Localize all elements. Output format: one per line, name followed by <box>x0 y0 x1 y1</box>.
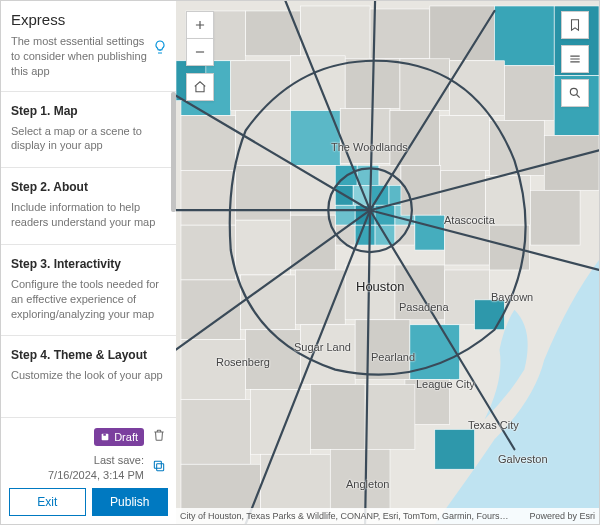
svg-rect-51 <box>530 190 580 245</box>
last-save-label: Last save: <box>48 453 144 467</box>
svg-rect-60 <box>295 270 345 325</box>
svg-rect-55 <box>415 215 445 250</box>
svg-rect-1 <box>103 434 106 436</box>
save-row: Draft Last save: 7/16/2024, 3:14 PM <box>9 426 168 482</box>
svg-rect-15 <box>231 61 291 111</box>
svg-rect-53 <box>236 220 291 275</box>
lightbulb-icon[interactable] <box>152 39 168 55</box>
attribution-sources: City of Houston, Texas Parks & Wildlife,… <box>180 511 523 521</box>
step-about[interactable]: Step 2. About Include information to hel… <box>1 168 176 245</box>
svg-rect-22 <box>181 116 236 171</box>
svg-rect-69 <box>410 325 460 380</box>
svg-rect-77 <box>330 449 390 509</box>
sidebar-header: Express The most essential settings to c… <box>1 1 176 91</box>
svg-rect-78 <box>435 429 475 469</box>
svg-rect-76 <box>261 454 331 514</box>
svg-rect-35 <box>379 165 401 185</box>
svg-rect-72 <box>251 390 311 455</box>
step-title: Step 3. Interactivity <box>11 257 166 271</box>
svg-rect-9 <box>370 9 430 59</box>
draft-badge[interactable]: Draft <box>94 428 144 446</box>
map-pane[interactable]: The Woodlands Atascocita Houston Pasaden… <box>176 1 599 524</box>
step-map[interactable]: Step 1. Map Select a map or a scene to d… <box>1 92 176 169</box>
map-attribution: City of Houston, Texas Parks & Wildlife,… <box>176 508 599 524</box>
step-desc: Include information to help readers unde… <box>11 200 166 230</box>
last-save-value: 7/16/2024, 3:14 PM <box>48 468 144 482</box>
step-desc: Select a map or a scene to display in yo… <box>11 124 166 154</box>
home-button[interactable] <box>186 73 214 101</box>
menu-button[interactable] <box>561 45 589 73</box>
svg-rect-49 <box>441 170 486 220</box>
sidebar-subtitle: The most essential settings to consider … <box>11 34 166 79</box>
svg-rect-31 <box>236 165 291 220</box>
step-desc: Customize the look of your app <box>11 368 166 383</box>
sidebar-title: Express <box>11 11 166 28</box>
bookmark-button[interactable] <box>561 11 589 39</box>
svg-rect-10 <box>430 6 495 61</box>
map-canvas <box>176 1 599 524</box>
svg-rect-64 <box>475 300 505 330</box>
svg-rect-30 <box>181 170 236 225</box>
svg-point-80 <box>570 88 577 95</box>
step-theme-layout[interactable]: Step 4. Theme & Layout Customize the loo… <box>1 336 176 397</box>
svg-rect-11 <box>494 6 554 66</box>
svg-rect-2 <box>157 464 164 471</box>
step-interactivity[interactable]: Step 3. Interactivity Configure the tool… <box>1 245 176 337</box>
step-title: Step 1. Map <box>11 104 166 118</box>
steps-list[interactable]: Step 1. Map Select a map or a scene to d… <box>1 91 176 418</box>
svg-rect-67 <box>300 325 355 385</box>
svg-rect-56 <box>445 220 490 265</box>
sidebar-footer: Draft Last save: 7/16/2024, 3:14 PM Exit… <box>1 417 176 524</box>
search-button[interactable] <box>561 79 589 107</box>
svg-rect-66 <box>246 330 301 390</box>
svg-rect-20 <box>504 66 554 121</box>
copy-button[interactable] <box>150 457 168 478</box>
draft-label: Draft <box>114 431 138 443</box>
svg-rect-27 <box>440 116 490 171</box>
svg-rect-73 <box>310 385 365 450</box>
exit-button[interactable]: Exit <box>9 488 86 516</box>
step-title: Step 4. Theme & Layout <box>11 348 166 362</box>
attribution-powered-by: Powered by Esri <box>529 511 595 521</box>
svg-rect-68 <box>355 320 410 380</box>
svg-rect-65 <box>181 340 246 400</box>
svg-rect-52 <box>181 225 236 280</box>
svg-rect-71 <box>181 399 251 464</box>
svg-rect-3 <box>154 462 161 469</box>
config-sidebar: Express The most essential settings to c… <box>1 1 176 524</box>
last-save: Last save: 7/16/2024, 3:14 PM <box>48 453 144 482</box>
app-root: Express The most essential settings to c… <box>0 0 600 525</box>
svg-rect-18 <box>400 59 450 111</box>
zoom-in-button[interactable] <box>186 11 214 39</box>
button-row: Exit Publish <box>9 488 168 516</box>
step-title: Step 2. About <box>11 180 166 194</box>
svg-rect-74 <box>365 385 415 450</box>
zoom-out-button[interactable] <box>186 38 214 66</box>
publish-button[interactable]: Publish <box>92 488 169 516</box>
step-desc: Configure the tools needed for an effect… <box>11 277 166 322</box>
delete-button[interactable] <box>150 426 168 447</box>
svg-rect-8 <box>300 6 370 61</box>
